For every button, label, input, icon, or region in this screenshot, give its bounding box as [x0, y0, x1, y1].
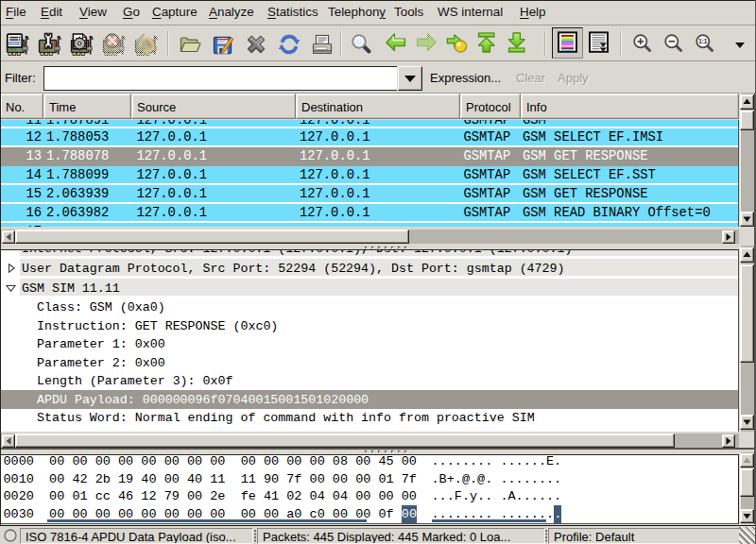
- svg-text:1:1: 1:1: [698, 38, 708, 44]
